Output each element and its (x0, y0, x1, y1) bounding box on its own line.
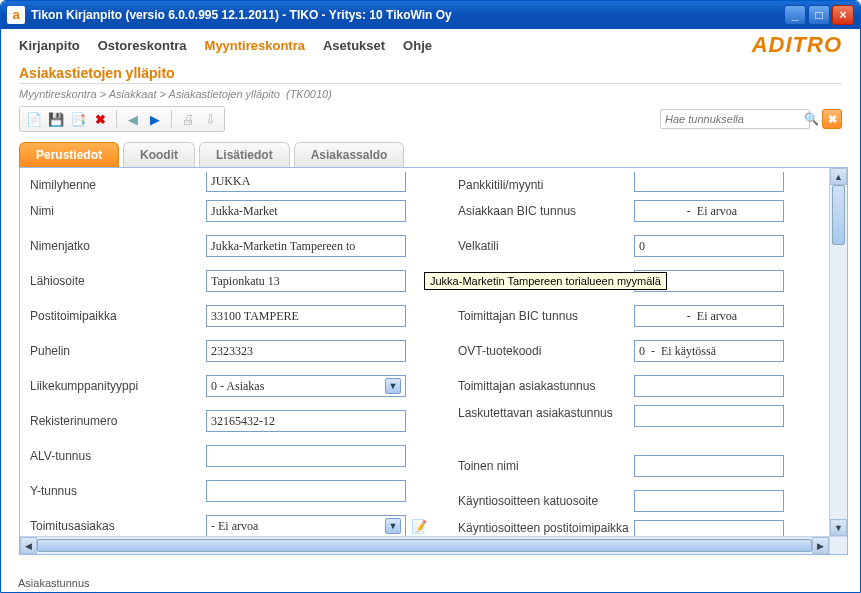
scroll-up-icon[interactable]: ▲ (830, 168, 847, 185)
kayntiosoite-katu-field[interactable] (634, 490, 784, 512)
close-panel-button[interactable]: ✖ (822, 109, 842, 129)
menu-myyntireskontra[interactable]: Myyntireskontra (205, 38, 305, 53)
search-icon[interactable]: 🔍 (804, 112, 819, 126)
breadcrumb: Myyntireskontra > Asiakkaat > Asiakastie… (19, 88, 842, 100)
scroll-corner (829, 536, 847, 554)
window-title: Tikon Kirjanpito (versio 6.0.0.995 12.1.… (31, 8, 784, 22)
nimenjatko-field[interactable] (206, 235, 406, 257)
minimize-button[interactable]: _ (784, 5, 806, 25)
menubar: Kirjanpito Ostoreskontra Myyntireskontra… (1, 29, 860, 55)
menu-asetukset[interactable]: Asetukset (323, 38, 385, 53)
separator (171, 110, 172, 128)
nimi-label: Nimi (30, 204, 206, 218)
nimi-field[interactable] (206, 200, 406, 222)
delete-icon[interactable]: ✖ (92, 111, 108, 127)
laskutettavan-label: Laskutettavan asiakastunnus (458, 405, 634, 421)
app-icon: a (7, 6, 25, 24)
asiakkaan-bic-field[interactable] (634, 200, 784, 222)
toimittajan-asiakastunnus-field[interactable] (634, 375, 784, 397)
puhelin-field[interactable] (206, 340, 406, 362)
rekisterinumero-label: Rekisterinumero (30, 414, 206, 428)
toimittajan-bic-label: Toimittajan BIC tunnus (458, 309, 634, 323)
vertical-scrollbar[interactable]: ▲ ▼ (829, 168, 847, 536)
scroll-right-icon[interactable]: ▶ (812, 537, 829, 554)
new-icon[interactable]: 📄 (26, 111, 42, 127)
pankkitili-myynti-label: Pankkitili/myynti (458, 178, 634, 192)
velkatili-label: Velkatili (458, 239, 634, 253)
puhelin-label: Puhelin (30, 344, 206, 358)
scroll-left-icon[interactable]: ◀ (20, 537, 37, 554)
maximize-button[interactable]: □ (808, 5, 830, 25)
kayntiosoite-katu-label: Käyntiosoitteen katuosoite (458, 494, 634, 508)
titlebar[interactable]: a Tikon Kirjanpito (versio 6.0.0.995 12.… (1, 1, 860, 29)
toinen-nimi-field[interactable] (634, 455, 784, 477)
menu-ostoreskontra[interactable]: Ostoreskontra (98, 38, 187, 53)
asiakkaan-bic-label: Asiakkaan BIC tunnus (458, 204, 634, 218)
ovt-label: OVT-tuotekoodi (458, 344, 634, 358)
save-icon[interactable]: 💾 (48, 111, 64, 127)
ovt-field[interactable] (634, 340, 784, 362)
chevron-down-icon: ▼ (385, 518, 401, 534)
export-icon[interactable]: ⇩ (202, 111, 218, 127)
postitoimipaikka-label: Postitoimipaikka (30, 309, 206, 323)
lahiosoite-label: Lähiosoite (30, 274, 206, 288)
postitoimipaikka-field[interactable] (206, 305, 406, 327)
ytunnus-label: Y-tunnus (30, 484, 206, 498)
toolbar: 📄 💾 📑 ✖ ◀ ▶ 🖨 ⇩ (19, 106, 225, 132)
tabs: Perustiedot Koodit Lisätiedot Asiakassal… (1, 142, 860, 167)
nimenjatko-label: Nimenjatko (30, 239, 206, 253)
menu-kirjanpito[interactable]: Kirjanpito (19, 38, 80, 53)
toimittajan-bic-field[interactable] (634, 305, 784, 327)
page-title: Asiakastietojen ylläpito (19, 65, 842, 84)
pankkitili-myynti-field[interactable] (634, 172, 784, 192)
separator (116, 110, 117, 128)
copy-icon[interactable]: 📑 (70, 111, 86, 127)
chevron-down-icon: ▼ (385, 378, 401, 394)
search-box[interactable]: 🔍 (660, 109, 810, 129)
laskutettavan-field[interactable] (634, 405, 784, 427)
tab-lisatiedot[interactable]: Lisätiedot (199, 142, 290, 167)
scroll-thumb[interactable] (832, 185, 845, 245)
tab-koodit[interactable]: Koodit (123, 142, 195, 167)
nimilyhenne-label: Nimilyhenne (30, 178, 206, 192)
lahiosoite-field[interactable] (206, 270, 406, 292)
status-bar: Asiakastunnus (18, 577, 90, 589)
menu-ohje[interactable]: Ohje (403, 38, 432, 53)
edit-icon[interactable]: 📝 (410, 517, 428, 535)
back-icon[interactable]: ◀ (125, 111, 141, 127)
horizontal-scrollbar[interactable]: ◀ ▶ (20, 536, 829, 554)
tooltip: Jukka-Marketin Tampereen torialueen myym… (424, 272, 667, 290)
liikekumppanityyppi-label: Liikekumppanityyppi (30, 379, 206, 393)
print-icon[interactable]: 🖨 (180, 111, 196, 127)
scroll-down-icon[interactable]: ▼ (830, 519, 847, 536)
scroll-thumb[interactable] (37, 539, 812, 552)
toinen-nimi-label: Toinen nimi (458, 459, 634, 473)
alv-label: ALV-tunnus (30, 449, 206, 463)
kayntiosoite-posti-label: Käyntiosoitteen postitoimipaikka (458, 520, 634, 536)
toimittajan-asiakastunnus-label: Toimittajan asiakastunnus (458, 379, 634, 393)
close-button[interactable]: × (832, 5, 854, 25)
alv-field[interactable] (206, 445, 406, 467)
tab-perustiedot[interactable]: Perustiedot (19, 142, 119, 167)
ytunnus-field[interactable] (206, 480, 406, 502)
toimitusasiakas-label: Toimitusasiakas (30, 519, 206, 533)
velkatili-field[interactable] (634, 235, 784, 257)
search-input[interactable] (665, 113, 804, 125)
forward-icon[interactable]: ▶ (147, 111, 163, 127)
rekisterinumero-field[interactable] (206, 410, 406, 432)
brand-logo: ADITRO (752, 32, 842, 58)
toimitusasiakas-select[interactable]: - Ei arvoa▼ (206, 515, 406, 537)
liikekumppanityyppi-select[interactable]: 0 - Asiakas▼ (206, 375, 406, 397)
form-area: Nimilyhenne Nimi Nimenjatko Lähiosoite P… (19, 167, 848, 555)
nimilyhenne-field[interactable] (206, 172, 406, 192)
tab-asiakassaldo[interactable]: Asiakassaldo (294, 142, 405, 167)
